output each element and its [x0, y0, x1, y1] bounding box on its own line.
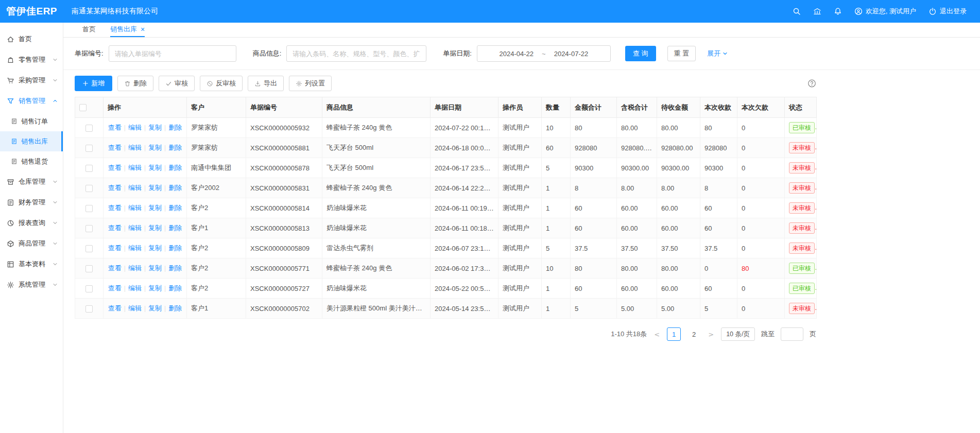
sidebar-item-basic-data[interactable]: 基本资料 — [0, 254, 63, 274]
sidebar-item-warehouse[interactable]: 仓库管理 — [0, 171, 63, 192]
edit-link[interactable]: 编辑 — [128, 124, 142, 131]
view-link[interactable]: 查看 — [108, 204, 122, 212]
edit-link[interactable]: 编辑 — [128, 284, 142, 292]
edit-link[interactable]: 编辑 — [128, 264, 142, 272]
page-1-button[interactable]: 1 — [667, 327, 681, 341]
help-question-icon[interactable] — [807, 79, 816, 88]
sidebar-item-sales-order[interactable]: 销售订单 — [0, 111, 63, 131]
view-link[interactable]: 查看 — [108, 144, 122, 151]
bill-no-input[interactable] — [109, 45, 236, 62]
edit-link[interactable]: 编辑 — [128, 304, 142, 312]
edit-link[interactable]: 编辑 — [128, 184, 142, 192]
view-link[interactable]: 查看 — [108, 164, 122, 171]
bill-date-cell: 2024-06-14 22:24:51 — [431, 178, 498, 198]
delete-link[interactable]: 删除 — [168, 204, 182, 212]
qty-cell: 1 — [542, 198, 571, 218]
add-button[interactable]: 新增 — [75, 76, 112, 91]
product-info-label: 商品信息: — [253, 49, 282, 58]
logout-button[interactable]: 退出登录 — [929, 7, 967, 16]
action-separator: | — [164, 124, 166, 131]
edit-link[interactable]: 编辑 — [128, 244, 142, 252]
sidebar-item-retail[interactable]: 零售管理 — [0, 49, 63, 70]
view-link[interactable]: 查看 — [108, 184, 122, 192]
delete-link[interactable]: 删除 — [168, 124, 182, 131]
edit-link[interactable]: 编辑 — [128, 204, 142, 212]
row-checkbox[interactable] — [85, 225, 93, 232]
row-checkbox[interactable] — [85, 165, 93, 172]
next-page-icon[interactable]: > — [707, 331, 715, 338]
sidebar-item-report[interactable]: 报表查询 — [0, 213, 63, 233]
user-menu[interactable]: 欢迎您, 测试用户 — [854, 7, 916, 16]
row-checkbox[interactable] — [85, 125, 93, 132]
copy-link[interactable]: 复制 — [148, 244, 162, 252]
delete-link[interactable]: 删除 — [168, 244, 182, 252]
prev-page-icon[interactable]: < — [653, 331, 661, 338]
copy-link[interactable]: 复制 — [148, 204, 162, 212]
sidebar-item-home[interactable]: 首页 — [0, 29, 63, 49]
receivable-cell: 8.00 — [657, 178, 700, 198]
bill-no-cell: XSCK00000005814 — [246, 198, 322, 218]
date-range-picker[interactable]: 2024-04-22 ~ 2024-07-22 — [477, 45, 611, 62]
delete-link[interactable]: 删除 — [168, 184, 182, 192]
row-checkbox[interactable] — [85, 205, 93, 212]
copy-link[interactable]: 复制 — [148, 144, 162, 151]
search-icon[interactable] — [793, 7, 801, 15]
sidebar-item-purchase[interactable]: 采购管理 — [0, 70, 63, 91]
tab-home[interactable]: 首页 — [82, 23, 96, 37]
view-link[interactable]: 查看 — [108, 304, 122, 312]
sidebar-item-product[interactable]: 商品管理 — [0, 233, 63, 254]
tab-sales-outbound[interactable]: 销售出库 × — [110, 23, 145, 37]
view-link[interactable]: 查看 — [108, 264, 122, 272]
notification-bell-icon[interactable] — [834, 7, 842, 15]
product-info-input[interactable] — [286, 45, 426, 62]
export-button[interactable]: 导出 — [248, 76, 284, 91]
page-2-button[interactable]: 2 — [687, 327, 701, 341]
search-button[interactable]: 查 询 — [625, 46, 656, 61]
row-checkbox[interactable] — [85, 285, 93, 292]
delete-link[interactable]: 删除 — [168, 304, 182, 312]
operator-cell: 测试用户 — [498, 238, 542, 258]
select-all-checkbox[interactable] — [79, 104, 87, 111]
edit-link[interactable]: 编辑 — [128, 144, 142, 151]
view-link[interactable]: 查看 — [108, 124, 122, 131]
close-icon[interactable]: × — [141, 26, 145, 33]
row-checkbox[interactable] — [85, 265, 93, 272]
expand-filters-link[interactable]: 展开 — [707, 49, 728, 58]
delete-link[interactable]: 删除 — [168, 144, 182, 151]
audit-button[interactable]: 审核 — [159, 76, 195, 91]
copy-link[interactable]: 复制 — [148, 164, 162, 171]
view-link[interactable]: 查看 — [108, 284, 122, 292]
view-link[interactable]: 查看 — [108, 244, 122, 252]
row-checkbox[interactable] — [85, 145, 93, 152]
row-checkbox[interactable] — [85, 245, 93, 252]
unaudit-button[interactable]: 反审核 — [200, 76, 243, 91]
jump-to-page-input[interactable] — [781, 327, 803, 341]
view-link[interactable]: 查看 — [108, 224, 122, 232]
copy-link[interactable]: 复制 — [148, 284, 162, 292]
delete-link[interactable]: 删除 — [168, 164, 182, 171]
copy-link[interactable]: 复制 — [148, 264, 162, 272]
delete-link[interactable]: 删除 — [168, 264, 182, 272]
row-checkbox[interactable] — [85, 305, 93, 313]
page-size-select[interactable]: 10 条/页 — [721, 327, 755, 341]
row-checkbox[interactable] — [85, 185, 93, 192]
sidebar-item-sales[interactable]: 销售管理 — [0, 91, 63, 111]
edit-link[interactable]: 编辑 — [128, 164, 142, 171]
home-shortcut-icon[interactable] — [813, 7, 821, 15]
edit-link[interactable]: 编辑 — [128, 224, 142, 232]
sidebar-item-finance[interactable]: 财务管理 — [0, 192, 63, 213]
sidebar-item-sales-return[interactable]: 销售退货 — [0, 151, 63, 171]
copy-link[interactable]: 复制 — [148, 184, 162, 192]
export-button-label: 导出 — [264, 79, 277, 88]
reset-button[interactable]: 重 置 — [667, 46, 696, 61]
sidebar-item-system[interactable]: 系统管理 — [0, 274, 63, 295]
delete-link[interactable]: 删除 — [168, 284, 182, 292]
copy-link[interactable]: 复制 — [148, 304, 162, 312]
sidebar-item-sales-outbound[interactable]: 销售出库 — [0, 131, 63, 151]
delete-link[interactable]: 删除 — [168, 224, 182, 232]
copy-link[interactable]: 复制 — [148, 224, 162, 232]
tax-total-cell: 60.00 — [617, 279, 657, 299]
delete-button[interactable]: 删除 — [117, 76, 153, 91]
copy-link[interactable]: 复制 — [148, 124, 162, 131]
column-settings-button[interactable]: 列设置 — [289, 76, 332, 91]
